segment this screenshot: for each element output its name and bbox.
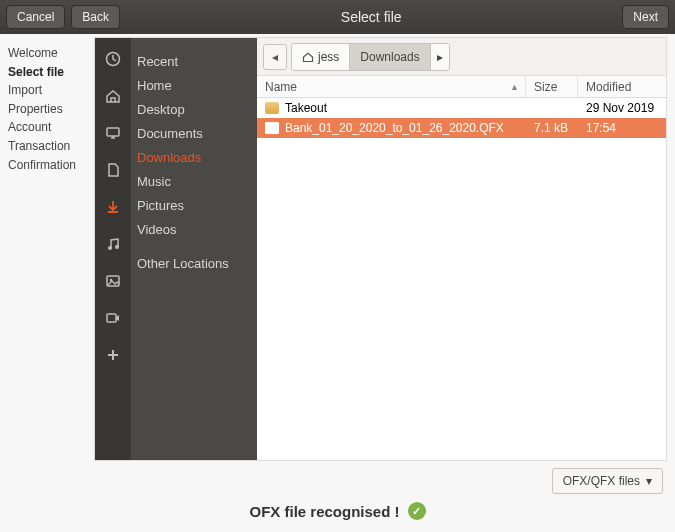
- place-recent[interactable]: Recent: [131, 49, 257, 73]
- next-button[interactable]: Next: [622, 5, 669, 29]
- file-chooser: Recent Home Desktop Documents Downloads …: [94, 37, 667, 461]
- file-list-header: Name ▲ Size Modified: [257, 76, 666, 98]
- file-modified: 29 Nov 2019: [578, 101, 666, 115]
- file-row-folder[interactable]: Takeout 29 Nov 2019: [257, 98, 666, 118]
- sort-asc-icon: ▲: [510, 82, 519, 92]
- crumb-forward[interactable]: ▸: [431, 44, 449, 70]
- svg-point-2: [108, 246, 112, 250]
- place-pictures[interactable]: Pictures: [131, 193, 257, 217]
- folder-icon: [265, 102, 279, 114]
- place-documents[interactable]: Documents: [131, 121, 257, 145]
- column-name[interactable]: Name ▲: [257, 76, 526, 97]
- file-size: 7.1 kB: [526, 121, 578, 135]
- step-import: Import: [8, 81, 86, 100]
- step-confirmation: Confirmation: [8, 156, 86, 175]
- place-downloads[interactable]: Downloads: [131, 145, 257, 169]
- path-bar: ◂ jess Downloads ▸: [257, 38, 666, 76]
- column-size[interactable]: Size: [526, 76, 578, 97]
- places-iconrail: [95, 38, 131, 460]
- file-name: Takeout: [285, 101, 327, 115]
- footer: OFX/QFX files ▾ OFX file recognised ! ✓: [0, 464, 675, 532]
- downloads-icon: [104, 198, 122, 216]
- place-home[interactable]: Home: [131, 73, 257, 97]
- file-filter-button[interactable]: OFX/QFX files ▾: [552, 468, 663, 494]
- wizard-steps: Welcome Select file Import Properties Ac…: [0, 34, 94, 464]
- titlebar: Cancel Back Select file Next: [0, 0, 675, 34]
- cancel-button[interactable]: Cancel: [6, 5, 65, 29]
- desktop-icon: [104, 124, 122, 142]
- place-music[interactable]: Music: [131, 169, 257, 193]
- window-title: Select file: [120, 9, 622, 25]
- pictures-icon: [104, 272, 122, 290]
- svg-point-3: [115, 245, 119, 249]
- breadcrumb: jess Downloads ▸: [291, 43, 450, 71]
- place-other-locations[interactable]: Other Locations: [131, 251, 257, 275]
- music-icon: [104, 235, 122, 253]
- crumb-label: jess: [318, 50, 339, 64]
- file-row-selected[interactable]: Bank_01_20_2020_to_01_26_2020.QFX 7.1 kB…: [257, 118, 666, 138]
- step-select-file: Select file: [8, 63, 86, 82]
- column-modified[interactable]: Modified: [578, 76, 666, 97]
- file-list: Takeout 29 Nov 2019 Bank_01_20_2020_to_0…: [257, 98, 666, 460]
- filter-label: OFX/QFX files: [563, 474, 640, 488]
- file-name: Bank_01_20_2020_to_01_26_2020.QFX: [285, 121, 504, 135]
- check-icon: ✓: [408, 502, 426, 520]
- step-account: Account: [8, 118, 86, 137]
- documents-icon: [104, 161, 122, 179]
- videos-icon: [104, 309, 122, 327]
- step-welcome: Welcome: [8, 44, 86, 63]
- file-icon: [265, 122, 279, 134]
- path-back-button[interactable]: ◂: [263, 44, 287, 70]
- file-modified: 17:54: [578, 121, 666, 135]
- places-list: Recent Home Desktop Documents Downloads …: [131, 38, 257, 460]
- place-desktop[interactable]: Desktop: [131, 97, 257, 121]
- status-message: OFX file recognised ! ✓: [249, 502, 425, 520]
- plus-icon: [104, 346, 122, 364]
- chevron-down-icon: ▾: [646, 474, 652, 488]
- step-properties: Properties: [8, 100, 86, 119]
- crumb-label: Downloads: [360, 50, 419, 64]
- clock-icon: [104, 50, 122, 68]
- home-icon: [104, 87, 122, 105]
- file-pane: ◂ jess Downloads ▸ Name ▲ Size: [257, 38, 666, 460]
- svg-rect-6: [107, 314, 116, 322]
- status-text: OFX file recognised !: [249, 503, 399, 520]
- step-transaction: Transaction: [8, 137, 86, 156]
- place-videos[interactable]: Videos: [131, 217, 257, 241]
- crumb-home[interactable]: jess: [292, 44, 350, 70]
- home-icon: [302, 51, 314, 63]
- crumb-downloads[interactable]: Downloads: [350, 44, 430, 70]
- svg-rect-1: [107, 128, 119, 136]
- back-button[interactable]: Back: [71, 5, 120, 29]
